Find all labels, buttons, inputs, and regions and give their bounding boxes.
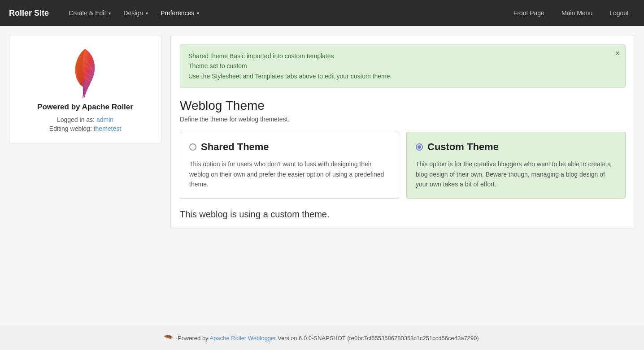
content-area: Shared theme Basic imported into custom … (170, 35, 635, 229)
nav-create-edit-label: Create & Edit (69, 9, 106, 17)
chevron-down-icon: ▾ (197, 11, 199, 16)
alert-line2: Theme set to custom (188, 61, 617, 71)
custom-theme-desc: This option is for the creative bloggers… (416, 159, 616, 189)
page-subtitle: Define the theme for weblog themetest. (180, 116, 626, 123)
apache-roller-logo (67, 44, 103, 103)
page-title: Weblog Theme (180, 99, 626, 113)
shared-theme-desc: This option is for users who don't want … (189, 159, 390, 189)
footer-suffix: Version 6.0.0-SNAPSHOT (re0bc7cf55535867… (278, 335, 479, 341)
nav-preferences-label: Preferences (161, 9, 194, 17)
alert-line1: Shared theme Basic imported into custom … (188, 51, 617, 61)
sidebar: Powered by Apache Roller Logged in as: a… (9, 35, 161, 143)
footer: 🪶 Powered by Apache Roller Weblogger Ver… (0, 325, 644, 350)
custom-theme-title: Custom Theme (427, 141, 499, 153)
sidebar-weblog-link[interactable]: themetest (94, 125, 121, 132)
sidebar-logged-in: Logged in as: admin (57, 116, 113, 123)
nav-design-label: Design (123, 9, 143, 17)
sidebar-editing: Editing weblog: themetest (49, 125, 121, 132)
custom-theme-header: Custom Theme (416, 141, 616, 153)
nav-design[interactable]: Design ▾ (117, 0, 154, 26)
nav-logout[interactable]: Logout (603, 0, 635, 26)
shared-theme-title: Shared Theme (201, 141, 269, 153)
nav-main-menu[interactable]: Main Menu (555, 0, 599, 26)
nav-preferences[interactable]: Preferences ▾ (154, 0, 205, 26)
chevron-down-icon: ▾ (146, 11, 148, 16)
navbar-brand: Roller Site (9, 9, 49, 18)
nav-create-edit[interactable]: Create & Edit ▾ (62, 0, 117, 26)
chevron-down-icon: ▾ (109, 11, 111, 16)
footer-prefix: Powered by (178, 335, 209, 341)
alert-line3: Use the Stylesheet and Templates tabs ab… (188, 71, 617, 81)
nav-front-page[interactable]: Front Page (507, 0, 551, 26)
shared-theme-radio[interactable] (189, 143, 196, 151)
custom-theme-card[interactable]: Custom Theme This option is for the crea… (406, 132, 626, 199)
navbar: Roller Site Create & Edit ▾ Design ▾ Pre… (0, 0, 644, 26)
sidebar-title: Powered by Apache Roller (37, 103, 133, 112)
theme-status-text: This weblog is using a custom theme. (180, 209, 626, 220)
alert-banner: Shared theme Basic imported into custom … (180, 44, 626, 88)
footer-feather-icon: 🪶 (164, 332, 176, 343)
theme-cards: Shared Theme This option is for users wh… (180, 132, 626, 199)
main-container: Powered by Apache Roller Logged in as: a… (0, 26, 644, 238)
sidebar-admin-link[interactable]: admin (96, 116, 113, 123)
custom-theme-radio[interactable] (416, 143, 423, 151)
alert-close-button[interactable]: × (615, 49, 620, 57)
footer-link[interactable]: Apache Roller Weblogger (210, 335, 276, 341)
shared-theme-header: Shared Theme (189, 141, 390, 153)
shared-theme-card[interactable]: Shared Theme This option is for users wh… (180, 132, 399, 199)
